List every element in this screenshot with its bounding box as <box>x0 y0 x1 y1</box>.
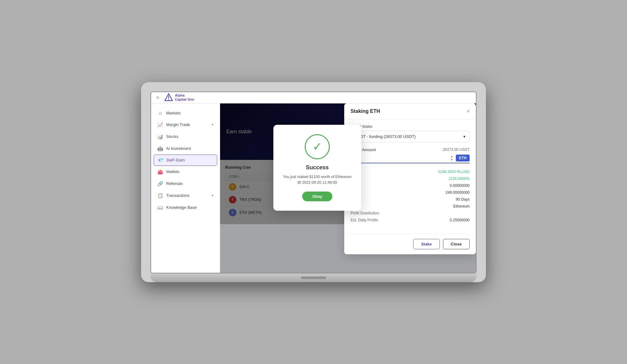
staking-modal: Staking ETH × Select Wallet USDT - fundi… <box>344 103 476 254</box>
modal-title: Staking ETH <box>350 108 380 114</box>
sidebar-label: Ai Investment <box>166 146 191 151</box>
book-icon: 📖 <box>157 205 163 210</box>
success-message: You just staked $1100 worth of Ethereum … <box>282 174 352 185</box>
est-daily-profits-value: 0.25000000 <box>450 218 470 222</box>
window-close-button[interactable]: × <box>155 95 161 100</box>
sidebar-item-margin-trade[interactable]: 📈 Margin Trade ▾ <box>151 119 220 131</box>
eth-badge: ETH <box>456 155 470 161</box>
stake-amount-row: Stake Amount 28373.00 USDT <box>350 147 470 152</box>
info-value: 3198.3500 RLUSD <box>438 170 470 174</box>
page-content: Earn stable Running Con COIN ↕ MINIMUM D <box>220 103 476 273</box>
stake-button[interactable]: Stake <box>413 239 440 249</box>
profit-distribution-label: Profit Distribution <box>350 211 379 215</box>
success-title: Success <box>282 164 352 171</box>
svg-point-2 <box>168 99 169 100</box>
sidebar-label: Transactions <box>166 193 189 198</box>
defi-icon: 💎 <box>158 157 163 163</box>
modal-body: Select Wallet USDT - funding (28373.00 U… <box>344 119 476 234</box>
laptop-base <box>150 273 477 282</box>
info-value: 249.00000000 <box>445 190 470 195</box>
info-value: 1226.5000% <box>449 177 470 181</box>
logo-area: Alpha Capital One <box>164 93 194 102</box>
info-row: 249.00000000 <box>350 189 470 196</box>
sidebar-label: Wallets <box>166 169 179 174</box>
amount-stepper[interactable]: ▲▼ <box>450 155 453 161</box>
sidebar-item-knowledge-base[interactable]: 📖 Knowledge Base <box>151 202 220 214</box>
wallet-label: Select Wallet <box>350 124 470 129</box>
okay-button[interactable]: Okay <box>302 192 332 201</box>
sidebar-item-defi-earn[interactable]: 💎 DeFi Earn <box>154 155 217 166</box>
sidebar-label: Markets <box>166 111 181 115</box>
amount-input-row: ▲▼ ETH <box>350 155 470 163</box>
laptop-screen: × Alpha Capital One <box>150 92 477 273</box>
title-bar: × Alpha Capital One <box>151 92 476 103</box>
stake-amount-balance: 28373.00 USDT <box>443 147 470 152</box>
info-rows: 3198.3500 RLUSD ate 1226.5000% 0.0000000… <box>350 168 470 224</box>
success-circle: ✓ <box>305 134 330 159</box>
info-row: Est. Daily Profits 0.25000000 <box>350 217 470 224</box>
chart-icon: 📈 <box>157 122 163 128</box>
info-value: 90 Days <box>456 197 470 202</box>
laptop-notch <box>301 277 326 279</box>
sidebar-label: Margin Trade <box>166 122 190 127</box>
sidebar-item-referrals[interactable]: 🔗 Referrals <box>151 178 220 190</box>
sidebar-item-stocks[interactable]: 📊 Stocks <box>151 131 220 143</box>
close-button[interactable]: Close <box>443 239 470 249</box>
wallet-select[interactable]: USDT - funding (28373.00 USDT) ▾ <box>350 131 470 142</box>
wallet-value: USDT - funding (28373.00 USDT) <box>355 134 416 139</box>
modal-header: Staking ETH × <box>344 103 476 119</box>
referrals-icon: 🔗 <box>157 181 163 187</box>
logo-icon <box>164 93 173 102</box>
logo-text: Alpha Capital One <box>175 93 194 102</box>
wallet-icon: 👛 <box>157 169 163 175</box>
dropdown-icon: ▾ <box>463 134 466 139</box>
checkmark-icon: ✓ <box>313 140 322 153</box>
info-row: 0.00000000 <box>350 182 470 189</box>
info-row: Ethereum <box>350 203 470 210</box>
chevron-down-icon: ▾ <box>212 123 213 127</box>
sidebar-label: DeFi Earn <box>166 158 185 162</box>
sidebar: ⌂ Markets 📈 Margin Trade ▾ 📊 Stocks 🤖 <box>151 103 220 273</box>
modal-close-button[interactable]: × <box>467 108 470 114</box>
modal-footer: Stake Close <box>344 234 476 254</box>
sidebar-item-markets[interactable]: ⌂ Markets <box>151 107 220 119</box>
home-icon: ⌂ <box>157 110 163 116</box>
est-daily-profits-label: Est. Daily Profits <box>350 218 378 222</box>
sidebar-label: Stocks <box>166 134 178 139</box>
transactions-icon: 📋 <box>157 193 163 198</box>
main-content: ⌂ Markets 📈 Margin Trade ▾ 📊 Stocks 🤖 <box>151 103 476 273</box>
sidebar-item-wallets[interactable]: 👛 Wallets <box>151 166 220 178</box>
sidebar-item-transactions[interactable]: 📋 Transactions ▾ <box>151 190 220 202</box>
info-row: Profit Distribution <box>350 210 470 217</box>
laptop-frame: × Alpha Capital One <box>141 82 486 282</box>
info-row: ate 1226.5000% <box>350 175 470 182</box>
sidebar-label: Knowledge Base <box>166 205 197 210</box>
success-modal: ✓ Success You just staked $1100 worth of… <box>273 125 361 211</box>
chevron-down-icon: ▾ <box>212 193 213 198</box>
sidebar-item-ai-investment[interactable]: 🤖 Ai Investment <box>151 143 220 155</box>
info-row: 3198.3500 RLUSD <box>350 168 470 175</box>
amount-input[interactable] <box>350 156 450 160</box>
info-value: Ethereum <box>453 204 470 208</box>
info-value: 0.00000000 <box>450 183 470 188</box>
sidebar-label: Referrals <box>166 181 183 186</box>
ai-icon: 🤖 <box>157 146 163 151</box>
stocks-icon: 📊 <box>157 134 163 140</box>
app-window: × Alpha Capital One <box>151 92 476 273</box>
info-row: 90 Days <box>350 196 470 203</box>
